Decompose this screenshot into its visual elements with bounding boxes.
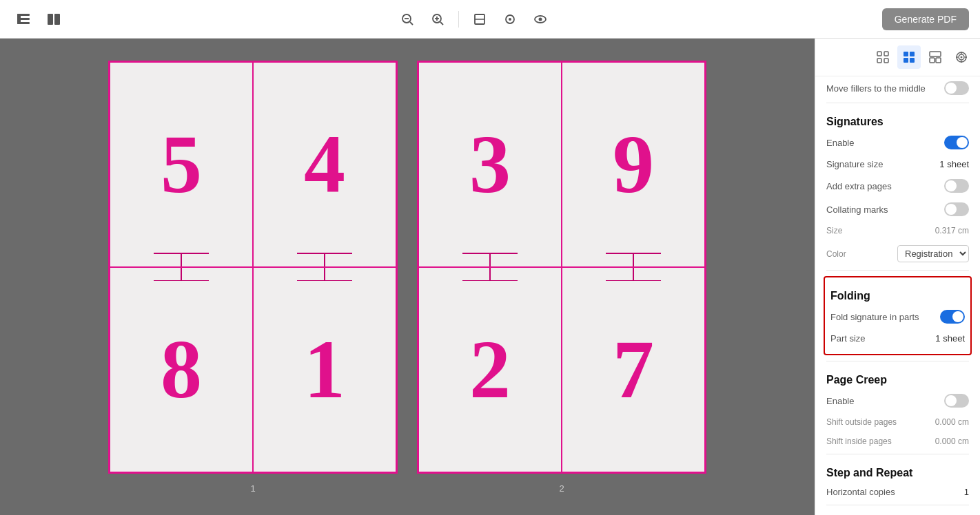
grid-4-btn[interactable] — [871, 45, 895, 69]
svg-line-8 — [410, 22, 413, 25]
page-num-9: 9 — [613, 123, 654, 206]
fold-h-line-8t — [154, 280, 209, 282]
fold-sig-label: Fold signature in parts — [830, 312, 919, 322]
toolbar-right: Generate PDF — [882, 8, 969, 30]
h-copies-label: Horizontal copies — [826, 487, 895, 497]
size-label: Size — [826, 226, 842, 235]
svg-rect-26 — [910, 58, 915, 63]
svg-line-12 — [440, 22, 443, 25]
svg-rect-25 — [904, 58, 908, 63]
panel-content: Move fillers to the middle Signatures En… — [815, 76, 980, 515]
h-copies-value: 1 — [964, 487, 969, 497]
layout-btn[interactable] — [923, 45, 947, 69]
target-icon — [955, 51, 968, 63]
svg-point-18 — [539, 17, 542, 21]
svg-rect-19 — [877, 52, 881, 56]
svg-rect-24 — [910, 52, 915, 56]
fold-v-line — [181, 254, 182, 266]
fit-width-btn[interactable] — [498, 7, 522, 32]
svg-rect-28 — [930, 58, 935, 63]
divider-2 — [826, 270, 969, 271]
svg-rect-22 — [884, 59, 888, 63]
divider-5 — [826, 505, 969, 505]
sig-enable-toggle[interactable] — [944, 136, 969, 149]
page-num-1: 1 — [304, 328, 345, 411]
grid-active-icon — [903, 51, 915, 63]
generate-pdf-button[interactable]: Generate PDF — [882, 8, 969, 30]
cell-page-4: 4 — [253, 62, 396, 267]
columns-icon-btn[interactable] — [41, 7, 66, 32]
sheet-2: 3 9 — [417, 61, 706, 474]
fold-v-line-1t — [324, 268, 325, 280]
toolbar-divider — [458, 11, 459, 28]
page-num-8: 8 — [161, 328, 202, 411]
fold-h-line-1t — [297, 280, 352, 282]
creep-enable-row: Enable — [826, 389, 969, 412]
add-extra-toggle[interactable] — [944, 179, 969, 193]
toolbar-left — [11, 7, 66, 32]
sheet-2-label: 2 — [559, 483, 564, 494]
eye-btn[interactable] — [528, 7, 553, 32]
svg-rect-27 — [930, 52, 941, 56]
fit-width-icon — [503, 12, 517, 26]
fold-mark-7-top — [606, 268, 661, 282]
sig-size-row: Signature size 1 sheet — [826, 154, 969, 174]
collating-toggle[interactable] — [944, 202, 969, 216]
fold-v-line-7t — [633, 268, 634, 280]
svg-point-16 — [509, 18, 511, 21]
svg-rect-23 — [904, 52, 908, 56]
main-area: 5 4 — [0, 39, 980, 515]
move-fillers-toggle[interactable] — [944, 81, 969, 95]
layout-icon — [929, 51, 941, 63]
add-extra-label: Add extra pages — [826, 181, 892, 191]
fit-page-icon — [473, 12, 487, 26]
color-label: Color — [826, 249, 846, 259]
creep-enable-toggle[interactable] — [944, 394, 969, 408]
fold-mark-2-top — [462, 268, 518, 282]
sig-size-label: Signature size — [826, 159, 883, 169]
h-copies-row: Horizontal copies 1 — [826, 482, 969, 502]
grid-active-btn[interactable] — [897, 45, 921, 69]
grid-4-icon — [877, 51, 889, 63]
shift-outside-label: Shift outside pages — [826, 417, 897, 427]
toolbar: Generate PDF — [0, 0, 980, 39]
rows-icon-btn[interactable] — [11, 7, 36, 32]
svg-rect-21 — [877, 59, 881, 63]
sheet-1-wrapper: 5 4 — [108, 61, 398, 494]
panel-icon-row — [815, 39, 980, 76]
svg-rect-5 — [54, 14, 60, 25]
svg-point-32 — [961, 56, 963, 59]
shift-outside-value: 0.000 cm — [935, 417, 969, 427]
part-size-label: Part size — [830, 333, 866, 344]
color-select[interactable]: Registration Black Cyan — [897, 245, 969, 262]
fold-h-line-2t — [462, 280, 518, 282]
zoom-in-btn[interactable] — [425, 7, 450, 32]
target-btn[interactable] — [950, 45, 973, 69]
sheets-container: 5 4 — [108, 61, 706, 494]
fold-sig-toggle[interactable] — [940, 310, 965, 324]
right-panel: Move fillers to the middle Signatures En… — [815, 39, 980, 515]
toolbar-center — [72, 7, 877, 32]
fold-mark-9-bottom — [606, 253, 661, 266]
svg-rect-20 — [884, 52, 888, 56]
sig-enable-row: Enable — [826, 131, 969, 154]
move-fillers-row: Move fillers to the middle — [826, 76, 969, 100]
fold-mark-5-bottom — [154, 253, 209, 266]
page-creep-title: Page Creep — [826, 364, 969, 389]
cell-page-7: 7 — [562, 267, 705, 472]
page-num-7: 7 — [613, 328, 654, 411]
page-num-4: 4 — [304, 123, 345, 206]
signatures-title: Signatures — [826, 106, 969, 131]
fold-h-line-7t — [606, 280, 661, 282]
fold-v-line-9 — [633, 254, 634, 266]
size-value: 0.317 cm — [935, 226, 969, 235]
fold-mark-4-bottom — [297, 253, 352, 266]
svg-rect-4 — [48, 14, 53, 25]
move-fillers-label: Move fillers to the middle — [826, 83, 926, 94]
zoom-out-btn[interactable] — [395, 7, 420, 32]
part-size-row: Part size 1 sheet — [830, 328, 965, 348]
cell-page-1: 1 — [253, 267, 396, 472]
collating-row: Collating marks — [826, 198, 969, 221]
shift-outside-row: Shift outside pages 0.000 cm — [826, 412, 969, 432]
fit-page-btn[interactable] — [467, 7, 492, 32]
